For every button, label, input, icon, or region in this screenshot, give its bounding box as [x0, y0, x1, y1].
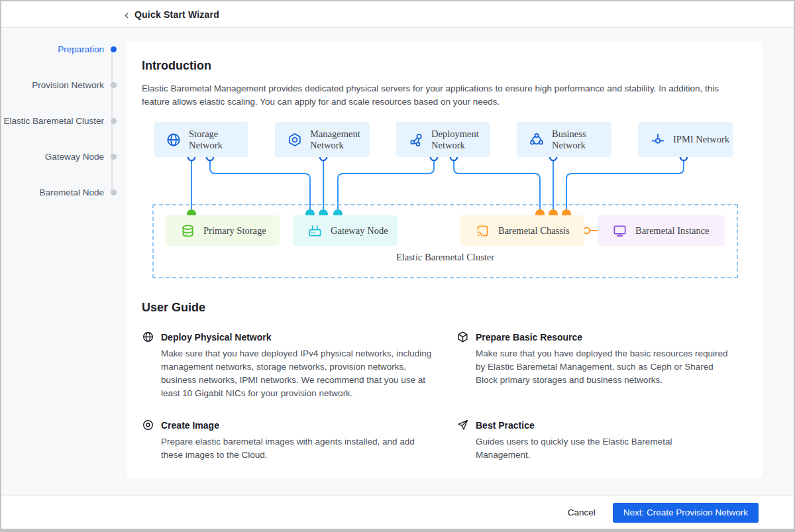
- target-icon: [142, 419, 154, 431]
- globe-icon: [166, 132, 182, 148]
- diagram-node-ipmi-network: IPMI Network: [638, 122, 733, 157]
- guide-item-title: Best Practice: [476, 420, 535, 431]
- guide-item-title: Prepare Basic Resource: [476, 332, 582, 343]
- step-dot-icon: [111, 189, 117, 195]
- step-label: Provision Network: [32, 80, 104, 90]
- user-guide-grid: Deploy Physical Network Make sure that y…: [142, 331, 749, 462]
- sidebar-step-baremetal-node[interactable]: Baremetal Node: [39, 186, 117, 199]
- step-label: Baremetal Node: [39, 187, 104, 197]
- page-title: Quick Start Wizard: [134, 9, 219, 20]
- diagram-node-primary-storage: Primary Storage: [166, 215, 280, 246]
- diagram-node-baremetal-chassis: Baremetal Chassis: [460, 215, 584, 246]
- step-dot-icon: [111, 118, 117, 124]
- guide-item-create-image: Create Image Prepare elastic baremetal i…: [142, 419, 456, 462]
- sidebar-step-provision-network[interactable]: Provision Network: [32, 78, 117, 91]
- back-icon[interactable]: ‹: [125, 9, 129, 21]
- guide-item-title: Create Image: [161, 420, 219, 431]
- introduction-text: Elastic Baremetal Management provides de…: [142, 82, 749, 109]
- architecture-diagram: Storage Network Management Network: [142, 121, 749, 280]
- cluster-boundary-label: Elastic Baremetal Cluster: [152, 252, 738, 263]
- step-dot-icon: [111, 82, 117, 88]
- guide-item-body: Guides users to quickly use the Elastic …: [476, 435, 729, 462]
- diagram-node-storage-network: Storage Network: [154, 122, 248, 157]
- cube-icon: [456, 331, 469, 343]
- main-panel: Introduction Elastic Baremetal Managemen…: [127, 42, 763, 478]
- globe-icon: [142, 331, 154, 343]
- guide-item-prepare-basic-resource: Prepare Basic Resource Make sure that yo…: [456, 331, 749, 400]
- sidebar-step-elastic-baremetal-cluster[interactable]: Elastic Baremetal Cluster: [3, 114, 117, 127]
- guide-item-body: Make sure that you have deployed IPv4 ph…: [161, 347, 437, 400]
- step-label: Elastic Baremetal Cluster: [3, 116, 104, 126]
- router-icon: [307, 223, 323, 239]
- next-create-provision-network-button[interactable]: Next: Create Provision Network: [613, 503, 759, 523]
- guide-item-title: Deploy Physical Network: [161, 332, 272, 343]
- wizard-footer: Cancel Next: Create Provision Network: [1, 496, 794, 529]
- hexagon-nut-icon: [287, 132, 303, 148]
- diagram-node-label: Management Network: [310, 129, 370, 151]
- diagram-node-label: Gateway Node: [331, 225, 388, 237]
- diagram-node-deployment-network: Deployment Network: [396, 122, 490, 157]
- diagram-node-business-network: Business Network: [517, 122, 611, 157]
- cancel-button[interactable]: Cancel: [568, 507, 596, 517]
- guide-item-deploy-physical-network: Deploy Physical Network Make sure that y…: [142, 331, 456, 400]
- cluster-icon: [529, 132, 545, 148]
- diagram-node-label: Deployment Network: [431, 129, 490, 151]
- sidebar-step-preparation[interactable]: Preparation: [58, 42, 117, 56]
- guide-item-body: Prepare elastic baremetal images with ag…: [161, 435, 437, 462]
- diagram-node-label: IPMI Network: [673, 134, 733, 145]
- database-icon: [180, 223, 195, 239]
- diagram-node-gateway-node: Gateway Node: [293, 215, 398, 246]
- user-guide-heading: User Guide: [142, 301, 749, 315]
- wizard-steps-sidebar: Preparation Provision Network Elastic Ba…: [1, 28, 127, 496]
- guide-item-body: Make sure that you have deployed the bas…: [476, 347, 729, 387]
- topbar: ‹ Quick Start Wizard: [1, 1, 794, 28]
- diagram-node-label: Baremetal Instance: [635, 225, 710, 237]
- step-label: Gateway Node: [45, 152, 104, 162]
- quick-start-wizard-window: ‹ Quick Start Wizard Preparation Provisi…: [0, 0, 795, 532]
- chassis-cast-icon: [475, 223, 490, 239]
- diagram-node-management-network: Management Network: [275, 122, 370, 157]
- guide-item-best-practice: Best Practice Guides users to quickly us…: [456, 419, 749, 462]
- share-nodes-icon: [408, 132, 424, 148]
- commit-link-icon: [650, 132, 666, 148]
- step-label: Preparation: [58, 44, 104, 54]
- diagram-node-label: Business Network: [552, 129, 611, 151]
- monitor-icon: [612, 223, 627, 239]
- sidebar-step-gateway-node[interactable]: Gateway Node: [45, 150, 117, 163]
- send-icon: [456, 419, 469, 431]
- diagram-node-label: Primary Storage: [203, 225, 266, 237]
- content-area: Preparation Provision Network Elastic Ba…: [1, 28, 794, 496]
- diagram-node-baremetal-instance: Baremetal Instance: [598, 215, 725, 246]
- introduction-heading: Introduction: [142, 59, 749, 73]
- diagram-node-label: Storage Network: [189, 129, 248, 151]
- step-dot-icon: [111, 154, 117, 160]
- diagram-node-label: Baremetal Chassis: [498, 225, 570, 237]
- step-dot-icon: [111, 46, 117, 52]
